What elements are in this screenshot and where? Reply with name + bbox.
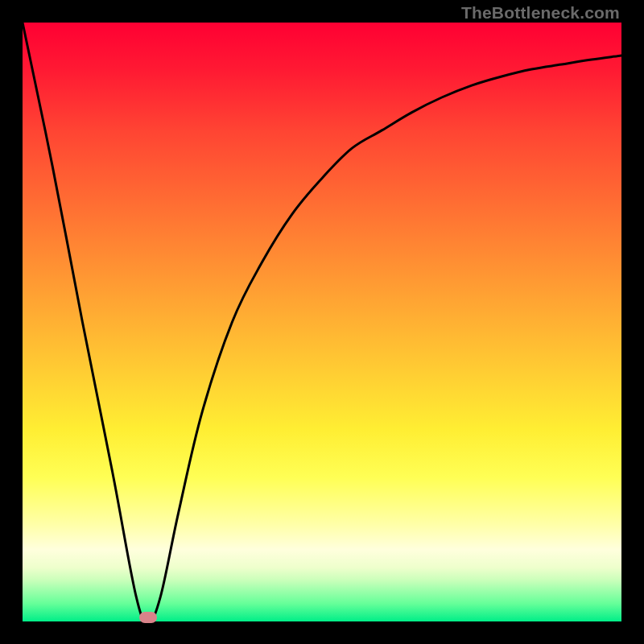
min-marker [139,612,157,623]
plot-area [23,23,621,621]
watermark-text: TheBottleneck.com [461,3,620,23]
bottleneck-curve-path [23,23,621,621]
curve-svg [23,23,621,621]
chart-frame: TheBottleneck.com [0,0,644,644]
